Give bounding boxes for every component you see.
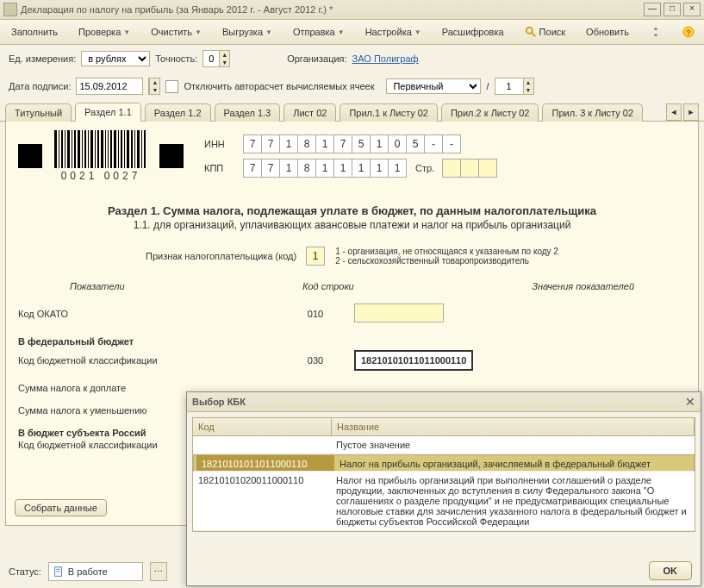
columns-header: ПоказателиКод строкиЗначения показателей: [18, 281, 686, 291]
sign-note-1: 1 - организация, не относящаяся к указан…: [335, 247, 558, 256]
fill-button[interactable]: Заполнить: [5, 23, 64, 41]
params-row-2: Дата подписи: ▲▼ Отключить авторасчет вы…: [0, 72, 704, 100]
status-label: Статус:: [9, 566, 41, 577]
okato-code: 010: [277, 309, 354, 319]
status-picker[interactable]: …: [150, 562, 167, 581]
page-label: Стр.: [415, 163, 434, 173]
tab-strip: Титульный Раздел 1.1 Раздел 1.2 Раздел 1…: [0, 100, 704, 122]
sign-note-2: 2 - сельскохозяйственный товаропроизводи…: [335, 256, 558, 266]
tabs-prev[interactable]: ◄: [666, 103, 682, 121]
marker-square: [18, 144, 42, 168]
svg-text:?: ?: [686, 28, 690, 37]
correction-spinner[interactable]: ▲▼: [495, 78, 534, 95]
collect-button[interactable]: Собрать данные: [15, 499, 107, 516]
tabs-next[interactable]: ►: [683, 103, 699, 121]
okato-value[interactable]: [354, 303, 444, 322]
tab-section-1-1[interactable]: Раздел 1.1: [75, 103, 141, 122]
grid-col-code[interactable]: Код: [193, 418, 332, 435]
precision-label: Точность:: [155, 53, 197, 64]
tab-appendix-2[interactable]: Прил.2 к Листу 02: [441, 103, 539, 122]
expand-icon: [650, 26, 662, 38]
params-row-1: Ед. измерения: в рублях Точность: ▲▼ Орг…: [0, 45, 704, 72]
sign-code-cell[interactable]: 1: [306, 247, 325, 266]
kpp-cells[interactable]: 771811111: [244, 159, 407, 178]
document-icon: [53, 566, 65, 578]
auto-checkbox[interactable]: [165, 80, 178, 93]
precision-spinner[interactable]: ▲▼: [202, 50, 230, 67]
kbk-code: 030: [277, 355, 354, 366]
inn-cells[interactable]: 7718175105--: [244, 134, 461, 153]
window-title: Декларация по налогу на прибыль (за Янва…: [21, 4, 641, 15]
search-button[interactable]: Поиск: [519, 22, 571, 41]
clear-button[interactable]: Очистить▼: [145, 23, 208, 41]
export-button[interactable]: Выгрузка▼: [216, 23, 278, 41]
grid-col-name[interactable]: Название: [332, 418, 695, 435]
main-toolbar: Заполнить Проверка▼ Очистить▼ Выгрузка▼ …: [0, 20, 704, 45]
kbk-modal: Выбор КБК ✕ Код Название Пустое значение…: [186, 391, 701, 586]
tab-section-1-2[interactable]: Раздел 1.2: [145, 103, 211, 122]
date-spinner[interactable]: ▲▼: [148, 78, 160, 95]
section-subtitle: 1.1. для организаций, уплачивающих аванс…: [18, 219, 686, 231]
type-select[interactable]: Первичный: [386, 78, 481, 94]
unit-label: Ед. измерения:: [9, 53, 76, 64]
send-button[interactable]: Отправка▼: [287, 23, 351, 41]
app-icon: [3, 3, 17, 16]
check-button[interactable]: Проверка▼: [72, 23, 136, 41]
grid-row[interactable]: Пустое значение: [193, 436, 695, 454]
svg-point-0: [526, 28, 532, 34]
refresh-button[interactable]: Обновить: [580, 23, 635, 41]
section-title: Раздел 1. Сумма налога, подлежащая уплат…: [18, 204, 686, 217]
maximize-button[interactable]: □: [664, 3, 681, 16]
decode-button[interactable]: Расшифровка: [436, 23, 510, 41]
precision-input[interactable]: [203, 51, 219, 66]
svg-line-1: [531, 33, 534, 36]
close-window-button[interactable]: ×: [683, 3, 701, 16]
grid-row[interactable]: 18210101020011000110Налог на прибыль орг…: [193, 472, 695, 531]
inn-label: ИНН: [204, 139, 235, 149]
org-link[interactable]: ЗАО Полиграф: [352, 53, 419, 64]
ok-button[interactable]: OK: [649, 561, 693, 580]
modal-title: Выбор КБК: [192, 397, 685, 407]
marker-square-2: [159, 144, 184, 168]
expand-button[interactable]: [644, 22, 668, 41]
barcode: 0021 0027: [54, 130, 147, 182]
tab-appendix-1[interactable]: Прил.1 к Листу 02: [340, 103, 438, 122]
status-field[interactable]: В работе: [48, 562, 143, 581]
tab-appendix-3[interactable]: Прил. 3 к Листу 02: [542, 103, 643, 122]
unit-select[interactable]: в рублях: [81, 51, 150, 66]
kbk-grid: Код Название Пустое значение 18210101011…: [192, 417, 695, 532]
org-label: Организация:: [287, 53, 346, 64]
minimize-button[interactable]: —: [644, 3, 661, 16]
grid-row[interactable]: 18210101011011000110Налог на прибыль орг…: [193, 454, 695, 472]
modal-close-button[interactable]: ✕: [685, 395, 695, 409]
kbk-value[interactable]: 18210101011011000110: [354, 350, 473, 371]
sign-label: Признак налогоплательщика (код): [146, 251, 296, 261]
page-cells[interactable]: [443, 159, 497, 178]
help-button[interactable]: ?: [676, 22, 701, 41]
barcode-text: 0021 0027: [61, 170, 141, 182]
auto-label: Отключить авторасчет вычисляемых ячеек: [184, 81, 374, 91]
search-icon: [525, 26, 537, 38]
kbk-label: Код бюджетной классификации: [18, 355, 277, 366]
okato-label: Код ОКАТО: [18, 309, 277, 319]
kpp-label: КПП: [204, 163, 235, 173]
titlebar: Декларация по налогу на прибыль (за Янва…: [0, 0, 704, 20]
fed-heading: В федеральный бюджет: [18, 336, 277, 347]
settings-button[interactable]: Настройка▼: [359, 23, 427, 41]
tab-section-1-3[interactable]: Раздел 1.3: [215, 103, 281, 122]
help-icon: ?: [682, 26, 695, 38]
tab-sheet-02[interactable]: Лист 02: [283, 103, 336, 122]
date-input[interactable]: [76, 78, 143, 95]
date-label: Дата подписи:: [9, 81, 71, 91]
tab-title[interactable]: Титульный: [5, 103, 72, 122]
